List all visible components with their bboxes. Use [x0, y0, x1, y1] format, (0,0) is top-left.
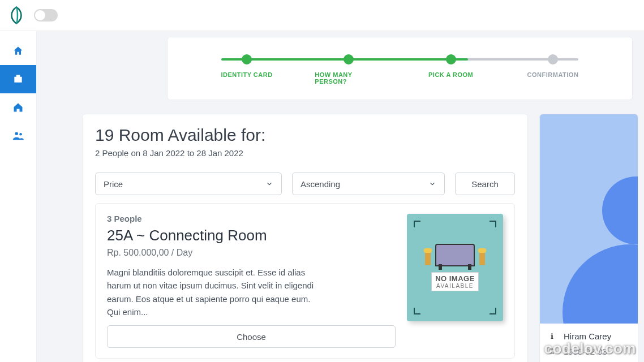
room-description: Magni blanditiis doloremque suscipit et.… — [107, 266, 322, 318]
app-logo — [7, 6, 26, 25]
step-dot — [446, 54, 456, 64]
room-price: Rp. 500.000,00 / Day — [107, 248, 396, 258]
rooms-subtitle: 2 People on 8 Jan 2022 to 28 Jan 2022 — [95, 148, 515, 158]
chevron-down-icon — [265, 180, 273, 188]
avatar-placeholder — [540, 114, 638, 324]
select-value: Ascending — [300, 179, 340, 189]
step-dot — [548, 54, 558, 64]
chevron-down-icon — [428, 180, 436, 188]
search-button[interactable]: Search — [455, 173, 515, 195]
select-value: Price — [104, 179, 123, 189]
header — [0, 0, 644, 31]
sort-direction-select[interactable]: Ascending — [292, 173, 445, 195]
step-how-many-person[interactable]: HOW MANY PERSON? — [315, 54, 383, 85]
svg-point-0 — [15, 132, 19, 136]
sidebar-item-home[interactable] — [0, 37, 36, 65]
lamp-icon — [479, 253, 485, 265]
sidebar-item-rooms[interactable] — [0, 93, 36, 122]
rooms-card: 19 Room Available for: 2 People on 8 Jan… — [82, 114, 528, 362]
svg-point-1 — [19, 133, 22, 136]
sidebar-item-booking[interactable] — [0, 65, 36, 93]
lamp-icon — [425, 253, 431, 265]
noimage-line2: AVAILABLE — [435, 283, 475, 289]
room-item: 3 People 25A ~ Connecting Room Rp. 500.0… — [95, 203, 515, 359]
watermark: codelov.com — [544, 340, 636, 357]
no-image-placeholder: NO IMAGE AVAILABLE — [413, 219, 497, 316]
sidebar-item-users[interactable] — [0, 122, 36, 150]
step-label: CONFIRMATION — [527, 71, 579, 78]
step-pick-a-room[interactable]: PICK A ROOM — [417, 54, 485, 85]
step-dot — [344, 54, 354, 64]
step-identity-card[interactable]: IDENTITY CARD — [213, 54, 281, 85]
noimage-line1: NO IMAGE — [435, 274, 475, 283]
customer-card: ℹ Hiram Carey 🗓 1995-02-03 — [539, 114, 638, 362]
info-icon: ℹ — [548, 332, 556, 341]
step-label: HOW MANY PERSON? — [315, 71, 383, 85]
sort-field-select[interactable]: Price — [95, 173, 282, 195]
main-content: IDENTITY CARD HOW MANY PERSON? PICK A RO… — [37, 31, 644, 362]
choose-button[interactable]: Choose — [107, 325, 396, 348]
step-dot — [242, 54, 252, 64]
bed-icon — [435, 244, 475, 266]
stepper-card: IDENTITY CARD HOW MANY PERSON? PICK A RO… — [167, 37, 633, 100]
step-label: PICK A ROOM — [428, 71, 473, 78]
room-name: 25A ~ Connecting Room — [107, 227, 396, 244]
room-capacity: 3 People — [107, 214, 396, 223]
room-image: NO IMAGE AVAILABLE — [407, 214, 503, 321]
rooms-title: 19 Room Available for: — [95, 126, 515, 145]
step-label: IDENTITY CARD — [221, 71, 272, 78]
theme-toggle[interactable] — [34, 9, 58, 21]
sidebar — [0, 31, 37, 362]
step-confirmation[interactable]: CONFIRMATION — [519, 54, 587, 85]
